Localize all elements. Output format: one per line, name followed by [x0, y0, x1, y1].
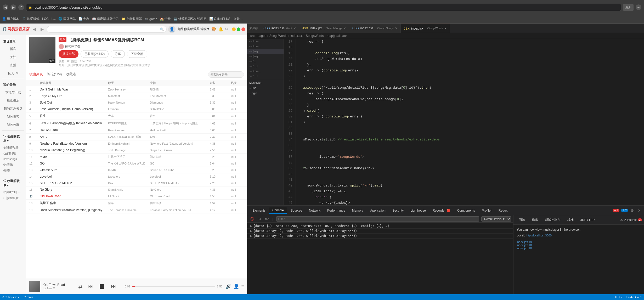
table-row[interactable]: 10 Miseria Cantare (The Beginning) Todd …: [26, 147, 247, 154]
tab-songlist[interactable]: 歌曲列表: [29, 71, 43, 78]
table-row[interactable]: 9 Nowhere Fast (Extended Version) Eminem…: [26, 140, 247, 147]
unsaved-button[interactable]: 未保存: [247, 24, 260, 33]
tab-index-jsx-songs[interactable]: JSX index.jsx ...\SongsWords ×: [401, 24, 450, 33]
more-button[interactable]: ⋯: [636, 4, 641, 10]
code-content[interactable]: res => { console.log(res); setSongsWords…: [296, 39, 644, 205]
sidebar-recent[interactable]: 最近播放: [0, 97, 26, 104]
maximize-button[interactable]: [237, 27, 240, 31]
sidebar-follow[interactable]: 关注: [0, 53, 26, 61]
tab-sources[interactable]: Sources: [287, 208, 305, 213]
table-row[interactable]: 15 SELF PROCLAIMED 2 Dax SELF PROCLAIMED…: [26, 180, 247, 186]
sidebar-collected-1[interactable]: ♪伤感歌曲 | 暂是迷糊: [0, 189, 26, 195]
tab-components[interactable]: Components: [454, 208, 478, 213]
bookmark-item[interactable]: 🏫 学校: [160, 17, 171, 21]
tab-close-2[interactable]: ×: [344, 26, 346, 30]
status-issues[interactable]: ⚠ 2 Issues: 2: [2, 296, 19, 299]
issue-link-2[interactable]: index.jsx:10: [517, 244, 641, 247]
creator-name[interactable]: 被气死了数: [65, 44, 81, 49]
next-button[interactable]: ⏭: [110, 283, 117, 290]
tab-collectors[interactable]: 收藏者: [66, 71, 76, 78]
tab-index-jsx-search[interactable]: JSX index.jsx ...\SearchSongs ×: [299, 24, 349, 33]
tab-index-css-foot[interactable]: CSS index.css \Foot ×: [260, 24, 299, 33]
minimize-button[interactable]: [232, 27, 236, 31]
bookmark-item[interactable]: 💻 计算机网络知识积累: [173, 17, 206, 21]
bookmark-item[interactable]: 📊 OfficePLUS、微软...: [209, 17, 242, 21]
tab-debug[interactable]: 调试控制台: [542, 217, 564, 223]
bookmark-item[interactable]: 📖 李宏毅机器学习: [92, 17, 119, 21]
search-input[interactable]: 法生 最近很火噶: [50, 27, 158, 31]
queue-icon[interactable]: 👤: [233, 284, 239, 289]
issue-link-1[interactable]: index.jsx:19: [517, 240, 641, 244]
issue-link-3[interactable]: index.jsx:10: [517, 247, 641, 250]
tab-comments[interactable]: 评论(129): [47, 71, 62, 78]
table-row[interactable]: 12 GO The Kid LAROI&Juice WRLD GO 3:04 n…: [26, 160, 247, 167]
table-row[interactable]: 13 Gimme Sum DJ AK Sound of Tha Tube 3:2…: [26, 167, 247, 173]
tab-jupyter[interactable]: JUPYTER: [577, 217, 598, 223]
table-row[interactable]: 2 Edge Of My Life Manafest The Moment 3:…: [26, 93, 247, 99]
table-row[interactable]: 16 No Glory Skan&Krale No Glory 4:36 nul…: [26, 186, 247, 193]
tab-issues[interactable]: 问题: [516, 217, 528, 223]
tab-security[interactable]: Security: [389, 208, 407, 213]
tab-lighthouse[interactable]: Lighthouse: [407, 208, 429, 213]
sidebar-fm[interactable]: 私人FM: [0, 70, 26, 77]
table-row[interactable]: 11 MMA 打抗一下乐团 闲人免进 3:25 null: [26, 154, 247, 160]
devtools-close[interactable]: ✕: [637, 208, 642, 213]
table-row[interactable]: 14 Lovefool twocolors Lovefool 3:10 null: [26, 173, 247, 180]
search-icon[interactable]: 🔍: [160, 27, 164, 31]
local-url[interactable]: http://localhost:3000: [526, 234, 551, 237]
progress-bar[interactable]: [132, 286, 215, 287]
table-row[interactable]: 7 Hell on Earth Rezz&Yultron Hell on Ear…: [26, 127, 247, 134]
status-line-col[interactable]: Ln 47, Col 1: [626, 296, 642, 299]
tab-profiler[interactable]: Profiler: [479, 208, 495, 213]
skin-icon[interactable]: 🎨: [211, 27, 217, 32]
tab-output[interactable]: 输出: [529, 217, 541, 223]
tab-memory[interactable]: Memory: [349, 208, 366, 213]
sidebar-playlist-3[interactable]: ♪lovesongs: [0, 157, 26, 161]
tab-performance[interactable]: Performance: [324, 208, 348, 213]
console-level-select[interactable]: Default levels ▼: [481, 216, 511, 222]
table-row[interactable]: 1 Don't Get In My Way Zack Hemsey RONIN …: [26, 86, 247, 93]
sidebar-radio[interactable]: 播客: [0, 45, 26, 53]
volume-icon[interactable]: 🔊: [225, 284, 231, 289]
close-button[interactable]: [241, 27, 245, 31]
bookmark-item[interactable]: 📄 专利: [78, 17, 89, 21]
sidebar-playlist-4[interactable]: ♪纯音乐: [0, 162, 26, 167]
sidebar-playlist-2[interactable]: ♪油门到底: [0, 151, 26, 156]
sidebar-podcast[interactable]: 我的播客: [0, 113, 26, 121]
bookmark-item[interactable]: 📁 文献收藏器: [121, 17, 142, 21]
sidebar-playlist-5[interactable]: ♪晚安: [0, 168, 26, 173]
play-all-button[interactable]: 播放全部: [59, 50, 78, 58]
tab-close-4[interactable]: ×: [444, 26, 447, 31]
tab-close[interactable]: ×: [294, 26, 296, 30]
tab-application[interactable]: Application: [367, 208, 389, 213]
update-button[interactable]: 更新: [623, 4, 634, 11]
tab-elements[interactable]: Elements: [249, 208, 269, 213]
table-row[interactable]: 8 AMG GANGSTER&House_鲜鱼 AMG 2:42 null: [26, 134, 247, 140]
sidebar-download[interactable]: 本地与下载: [0, 89, 26, 96]
created-title[interactable]: ♡ 创建的歌单▼: [0, 132, 26, 144]
back-button[interactable]: ◀: [3, 4, 8, 10]
bookmark-item[interactable]: 🎮 game: [145, 17, 157, 21]
player-forward[interactable]: ▶: [39, 26, 45, 32]
table-row[interactable]: 18 美燥王 俗秦 俗秦 倒皱的楼子 1:52 null: [26, 200, 247, 207]
player-search[interactable]: 法生 最近很火噶 🔍: [47, 26, 167, 33]
table-row[interactable]: 4 Lose Yourself (Original Demo Version) …: [26, 106, 247, 112]
song-search-input[interactable]: [210, 73, 242, 76]
tab-console[interactable]: Console: [269, 207, 287, 214]
lyrics-icon[interactable]: ≡: [241, 284, 244, 289]
bookmark-item[interactable]: 👤 用户脚本: [2, 17, 19, 21]
tab-network[interactable]: Network: [306, 208, 324, 213]
refresh-button[interactable]: ↺: [18, 4, 24, 10]
bookmark-item[interactable]: 🌐 国外网站: [58, 17, 76, 21]
sidebar-favorites[interactable]: 我的收藏: [0, 121, 26, 129]
prev-button[interactable]: ⏮: [87, 283, 94, 290]
console-filter-btn[interactable]: ⊘: [257, 217, 262, 221]
status-encoding[interactable]: UTF-8: [615, 296, 623, 299]
url-bar[interactable]: 🔒 localhost:3000/#/content/songsList/son…: [26, 4, 621, 11]
tab-terminal[interactable]: 终端: [564, 216, 577, 223]
table-row[interactable]: 3 Sold Out Hawk Nelson Diamonds 3:32 nul…: [26, 99, 247, 106]
expand-icon-2[interactable]: ▶: [250, 229, 252, 233]
download-button[interactable]: 下载全部: [127, 50, 147, 58]
tab-index-css-search[interactable]: CSS index.css ...\SearchSongs ×: [349, 24, 401, 33]
table-row[interactable]: 6 JAYGEE-Poppin很纯糟选 02 keep on dancing (…: [26, 120, 247, 127]
